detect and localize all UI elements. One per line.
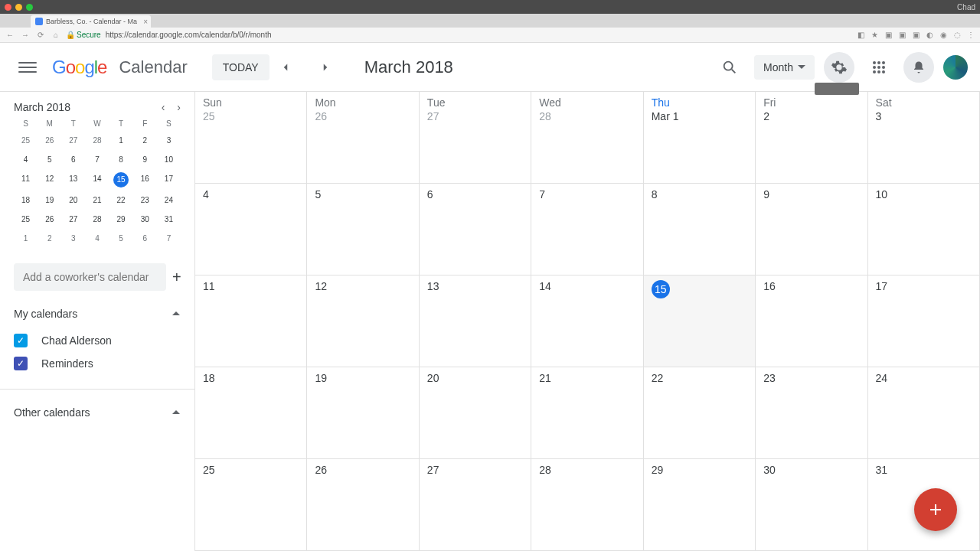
day-cell[interactable]: 22	[644, 367, 756, 459]
create-event-fab[interactable]	[914, 488, 957, 531]
mini-calendar-day[interactable]: 26	[38, 213, 61, 226]
mini-calendar-day[interactable]: 2	[38, 232, 61, 245]
ext-icon[interactable]: ◐	[925, 31, 934, 39]
account-avatar[interactable]	[943, 55, 968, 80]
mini-calendar-day[interactable]: 22	[109, 194, 133, 207]
mini-calendar-day[interactable]: 10	[157, 153, 181, 166]
day-cell[interactable]: 25	[195, 459, 307, 551]
today-button[interactable]: TODAY	[212, 54, 270, 80]
day-cell[interactable]: 29	[644, 459, 756, 551]
day-cell[interactable]: 15	[644, 276, 756, 367]
day-cell[interactable]: Wed28	[531, 92, 643, 184]
mini-calendar-day[interactable]: 23	[133, 194, 157, 207]
day-cell[interactable]: 23	[756, 367, 867, 459]
mini-calendar-day[interactable]: 28	[85, 134, 109, 147]
day-cell[interactable]: Fri2	[756, 92, 867, 184]
day-cell[interactable]: 10	[868, 184, 980, 276]
day-cell[interactable]: 11	[195, 276, 307, 367]
mini-calendar-day[interactable]: 2	[133, 134, 157, 147]
ext-icon[interactable]: ▣	[897, 31, 906, 39]
mini-calendar-day[interactable]: 25	[14, 213, 38, 226]
day-cell[interactable]: 14	[531, 276, 643, 367]
mini-calendar-day[interactable]: 5	[38, 153, 61, 166]
mini-calendar-day[interactable]: 3	[157, 134, 181, 147]
mini-calendar-day[interactable]: 24	[157, 194, 181, 207]
calendar-checkbox[interactable]: ✓	[14, 334, 28, 347]
day-cell[interactable]: 28	[531, 459, 643, 551]
google-logo[interactable]: Google	[52, 57, 106, 78]
day-cell[interactable]: 13	[420, 276, 531, 367]
mini-calendar-day[interactable]: 27	[61, 213, 85, 226]
mini-calendar-day[interactable]: 12	[38, 172, 61, 187]
maximize-window-icon[interactable]	[26, 4, 33, 11]
day-cell[interactable]: Sun25	[195, 92, 307, 184]
day-cell[interactable]: 21	[531, 367, 643, 459]
mini-next-month[interactable]: ›	[177, 101, 181, 113]
day-cell[interactable]: 30	[756, 459, 867, 551]
window-controls[interactable]	[5, 4, 33, 11]
mini-calendar-day[interactable]: 21	[85, 194, 109, 207]
day-cell[interactable]: 5	[307, 184, 419, 276]
day-cell[interactable]: 6	[420, 184, 531, 276]
settings-button[interactable]	[824, 52, 854, 83]
other-calendars-toggle[interactable]: Other calendars	[14, 406, 181, 419]
ext-icon[interactable]: ◉	[939, 31, 948, 39]
mini-calendar-day[interactable]: 15	[113, 172, 129, 187]
view-switcher[interactable]: Month	[754, 55, 815, 80]
mini-calendar-day[interactable]: 26	[38, 134, 61, 147]
mini-calendar-day[interactable]: 3	[61, 232, 85, 245]
mini-calendar-day[interactable]: 17	[157, 172, 181, 187]
day-cell[interactable]: Mon26	[307, 92, 419, 184]
tab-close-icon[interactable]: ×	[143, 18, 148, 26]
day-cell[interactable]: 27	[420, 459, 531, 551]
day-cell[interactable]: 24	[868, 367, 980, 459]
add-coworker-input[interactable]	[14, 263, 166, 291]
mini-calendar-day[interactable]: 4	[14, 153, 38, 166]
browser-back-icon[interactable]: ←	[5, 31, 15, 39]
mini-calendar-month[interactable]: March 2018	[14, 101, 70, 113]
calendar-item[interactable]: ✓Chad Alderson	[14, 329, 181, 352]
mini-calendar-day[interactable]: 6	[133, 232, 157, 245]
mini-calendar-day[interactable]: 4	[85, 232, 109, 245]
mini-calendar-day[interactable]: 7	[85, 153, 109, 166]
ext-icon[interactable]: ◧	[856, 31, 865, 39]
main-menu-button[interactable]	[12, 52, 43, 83]
calendar-item[interactable]: ✓Reminders	[14, 352, 181, 375]
browser-home-icon[interactable]: ⌂	[51, 31, 61, 39]
google-apps-button[interactable]	[864, 52, 894, 83]
day-cell[interactable]: 16	[756, 276, 867, 367]
mini-calendar-day[interactable]: 31	[157, 213, 181, 226]
search-button[interactable]	[714, 52, 745, 83]
mini-calendar-day[interactable]: 1	[109, 134, 133, 147]
month-grid[interactable]: Sun25Mon26Tue27Wed28ThuMar 1Fri2Sat34567…	[195, 92, 980, 551]
mini-calendar-day[interactable]: 13	[61, 172, 85, 187]
ext-icon[interactable]: ★	[870, 31, 879, 39]
minimize-window-icon[interactable]	[15, 4, 22, 11]
day-cell[interactable]: 12	[307, 276, 419, 367]
day-cell[interactable]: ThuMar 1	[644, 92, 756, 184]
mini-calendar-day[interactable]: 1	[14, 232, 38, 245]
mini-calendar-day[interactable]: 30	[133, 213, 157, 226]
close-window-icon[interactable]	[5, 4, 11, 11]
mini-calendar-day[interactable]: 9	[133, 153, 157, 166]
day-cell[interactable]: 18	[195, 367, 307, 459]
mini-calendar-day[interactable]: 5	[109, 232, 133, 245]
browser-tab[interactable]: Barbless, Co. - Calendar - Ma ×	[31, 15, 151, 28]
address-bar[interactable]: https://calendar.google.com/calendar/b/0…	[106, 31, 851, 39]
mini-calendar-day[interactable]: 8	[109, 153, 133, 166]
calendar-checkbox[interactable]: ✓	[14, 357, 28, 370]
add-calendar-button[interactable]: +	[172, 269, 181, 286]
mini-calendar-day[interactable]: 18	[14, 194, 38, 207]
browser-menu-icon[interactable]: ⋮	[966, 31, 975, 39]
mini-calendar-day[interactable]: 19	[38, 194, 61, 207]
next-period-button[interactable]	[318, 52, 349, 83]
day-cell[interactable]: 8	[644, 184, 756, 276]
day-cell[interactable]: Sat3	[868, 92, 980, 184]
my-calendars-toggle[interactable]: My calendars	[14, 308, 181, 320]
ext-icon[interactable]: ▣	[884, 31, 893, 39]
notifications-button[interactable]	[903, 52, 934, 83]
mini-prev-month[interactable]: ‹	[162, 101, 165, 113]
mini-calendar-day[interactable]: 27	[61, 134, 85, 147]
day-cell[interactable]: 17	[868, 276, 980, 367]
mini-calendar-day[interactable]: 6	[61, 153, 85, 166]
